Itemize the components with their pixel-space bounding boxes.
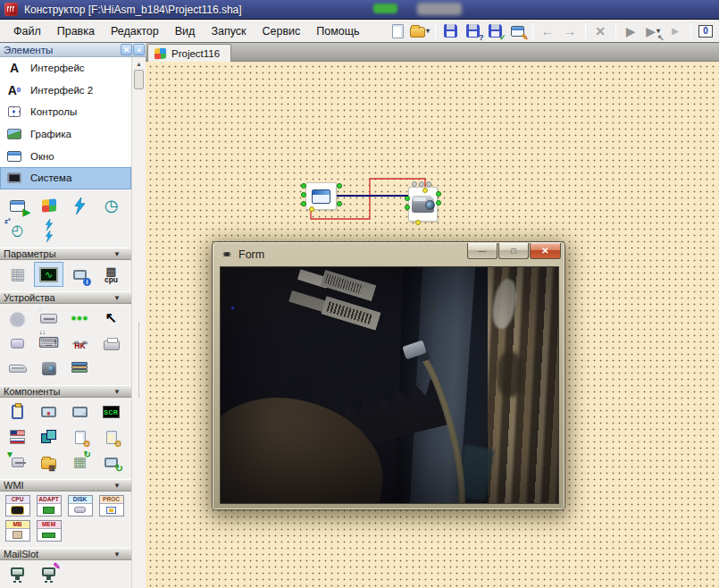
lightning-icon[interactable] (65, 193, 95, 218)
save-check-button[interactable]: ✓ (485, 21, 506, 41)
script-file-icon[interactable]: ⚙ (65, 424, 95, 449)
double-lightning-icon[interactable] (34, 218, 63, 243)
scroll-thumb[interactable] (134, 70, 144, 89)
menu-item[interactable]: Запуск (203, 22, 254, 40)
run-mini-button[interactable]: ▶ (665, 21, 686, 41)
green-pin[interactable] (436, 191, 441, 197)
gray-pin[interactable] (412, 181, 417, 187)
scheme-canvas[interactable]: Form —□✕ (146, 62, 719, 588)
sidebar-item-system[interactable]: Система (0, 167, 131, 189)
screensaver-icon[interactable]: SCR (96, 399, 126, 424)
cd-icon[interactable]: ◉ (3, 306, 32, 331)
mailslot-computer-icon[interactable] (3, 562, 32, 587)
palette-scrollbar[interactable]: ▲ (131, 57, 146, 588)
form-titlebar[interactable]: Form —□✕ (213, 242, 564, 266)
sidebar-item-window[interactable]: Окно (0, 145, 131, 167)
cursor-icon[interactable]: ↖ (96, 306, 126, 331)
green-pin[interactable] (405, 205, 410, 210)
wmi-motherboard-icon[interactable]: MB (3, 518, 32, 543)
menu-item[interactable]: Редактор (103, 22, 167, 40)
section-header-устройства[interactable]: Устройства▼ (0, 291, 131, 304)
collapse-arrow-icon[interactable]: ▼ (113, 294, 121, 302)
library-icon[interactable] (65, 356, 95, 381)
sidebar-item-graphics[interactable]: Графика (0, 123, 131, 146)
yellow-pin[interactable] (422, 188, 428, 193)
yellow-pin[interactable] (309, 206, 314, 212)
save-question-button[interactable]: ? (463, 21, 483, 41)
tab-project116[interactable]: Project116 (147, 44, 231, 62)
run-form-icon[interactable]: ▶ (3, 193, 32, 218)
open-file-button[interactable]: ▾ (410, 21, 431, 41)
window-titlebar[interactable]: Конструктор [F:\HiAsm_b184\Project116.sh… (0, 0, 719, 20)
wmi-cpu-icon[interactable]: CPU (3, 493, 32, 518)
collapse-arrow-icon[interactable]: ▼ (113, 388, 121, 396)
windows-logo-icon[interactable] (34, 193, 63, 218)
expand-panel-button[interactable]: » (133, 44, 145, 55)
system-info-icon[interactable]: i (65, 262, 95, 287)
camcorder-icon[interactable] (34, 356, 63, 381)
registry-icon[interactable] (34, 424, 63, 449)
wmi-adapter-icon[interactable]: ADAPT (34, 493, 63, 518)
mailslot-write-icon[interactable]: ✎ (34, 562, 63, 587)
leds-icon[interactable]: ●●● (65, 306, 95, 331)
hotkeys-icon[interactable]: ☁☁HK (65, 331, 95, 356)
wmi-disk-icon[interactable]: DISK (65, 493, 95, 518)
printer-icon[interactable] (96, 331, 126, 356)
form-window[interactable]: Form —□✕ (212, 241, 565, 510)
green-pin[interactable] (337, 183, 342, 189)
sidebar-item-interface2[interactable]: A0Интерфейс 2 (0, 80, 131, 102)
green-pin[interactable] (337, 201, 342, 206)
menu-item[interactable]: Помощь (308, 22, 367, 40)
collapse-arrow-icon[interactable]: ▼ (113, 550, 121, 559)
run-select-button[interactable]: ▶↖▾ (643, 21, 664, 41)
transfer-device-icon[interactable]: ▼ (3, 449, 32, 475)
save-button[interactable] (440, 21, 461, 41)
timer-icon[interactable]: ◷ (96, 193, 126, 218)
ini-file-icon[interactable]: ⚙ (96, 424, 126, 449)
green-pin[interactable] (301, 192, 306, 197)
sidebar-item-controls[interactable]: Контролы (0, 101, 131, 123)
section-header-wmi[interactable]: WMI▼ (0, 479, 131, 491)
section-header-компоненты[interactable]: Компоненты▼ (0, 385, 131, 398)
gray-pin[interactable] (419, 181, 424, 187)
gray-pin[interactable] (426, 181, 431, 187)
green-pin[interactable] (301, 183, 306, 189)
windows-monitor-icon[interactable]: □ (65, 399, 95, 424)
screen-transfer-icon[interactable]: ↻ (96, 449, 126, 475)
minimize-button[interactable]: — (467, 243, 497, 259)
menu-item[interactable]: Файл (5, 22, 49, 40)
new-file-button[interactable] (388, 21, 408, 41)
key-icon[interactable] (3, 331, 32, 356)
oscilloscope-icon[interactable]: ∿ (34, 262, 63, 287)
collapse-arrow-icon[interactable]: ▼ (113, 250, 121, 258)
chip-transfer-icon[interactable]: ▦↻ (65, 449, 95, 475)
close-button[interactable]: ✕ (530, 243, 561, 259)
yellow-pin[interactable] (415, 220, 421, 225)
green-pin[interactable] (405, 196, 410, 201)
back-button[interactable]: ← (538, 21, 558, 41)
memory-chip-icon[interactable]: ▦ (3, 262, 32, 287)
cpu-icon[interactable]: ▩cpu (96, 262, 126, 287)
wmi-process-icon[interactable]: PROC (96, 493, 126, 518)
zero-view-button[interactable]: 0 (696, 21, 716, 41)
form-editor-button[interactable]: ✎ (507, 21, 528, 41)
close-panel-button[interactable]: ✕ (121, 44, 132, 55)
scroll-up-icon[interactable]: ▲ (132, 57, 146, 67)
menu-item[interactable]: Сервис (255, 22, 309, 40)
app-monitor-icon[interactable]: ● (34, 399, 63, 424)
green-pin[interactable] (301, 201, 306, 206)
menu-item[interactable]: Правка (49, 22, 103, 40)
zip-folder-icon[interactable]: ▥ (34, 449, 63, 475)
clipboard-icon[interactable] (3, 399, 32, 424)
run-button[interactable]: ▶ (621, 21, 641, 41)
collapse-arrow-icon[interactable]: ▼ (113, 482, 121, 490)
language-flags-icon[interactable] (3, 424, 32, 449)
menu-item[interactable]: Вид (167, 22, 204, 40)
keyboard-icon[interactable]: ⌨↓↓ (34, 331, 63, 356)
sleep-timer-icon[interactable]: ◴z² (3, 218, 32, 243)
green-pin[interactable] (436, 200, 441, 206)
scanner-icon[interactable] (3, 356, 32, 381)
section-header-параметры[interactable]: Параметры▼ (0, 248, 131, 260)
delete-button[interactable]: ✕ (590, 21, 611, 41)
cd-drive-icon[interactable]: ◌ (34, 306, 63, 331)
